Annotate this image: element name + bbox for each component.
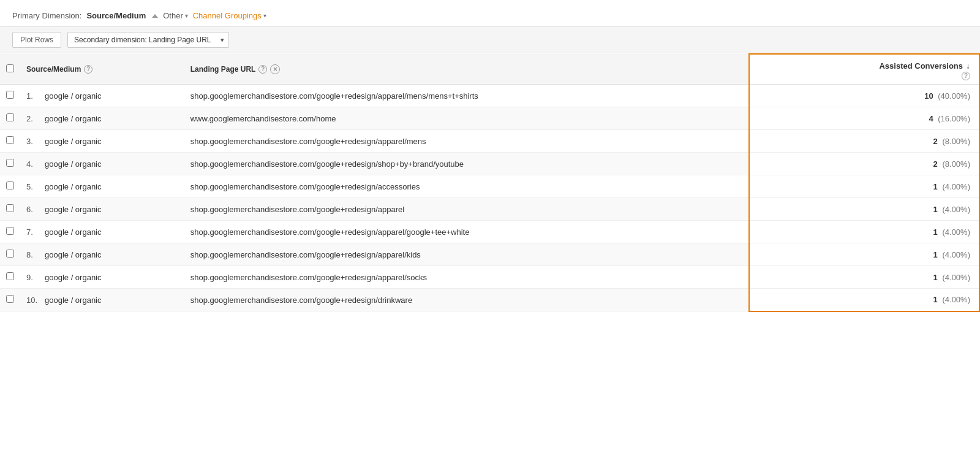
- assisted-number: 1: [933, 205, 938, 214]
- source-medium-cell: 6. google / organic: [20, 198, 184, 221]
- row-checkbox-cell: [0, 130, 20, 153]
- source-medium-help-icon[interactable]: ?: [84, 65, 92, 74]
- other-chevron-icon: ▾: [185, 12, 188, 19]
- assisted-help-icon[interactable]: ?: [962, 72, 970, 80]
- landing-page-header: Landing Page URL ? ×: [184, 54, 750, 85]
- landing-page-cell: shop.googlemerchandisestore.com/google+r…: [184, 153, 750, 175]
- assisted-conversions-cell: 1 (4.00%): [749, 198, 979, 221]
- secondary-dimension-select[interactable]: Secondary dimension: Landing Page URL: [67, 32, 229, 48]
- table-row: 4. google / organic shop.googlemerchandi…: [0, 153, 979, 175]
- landing-page-help-icon[interactable]: ?: [258, 65, 267, 74]
- row-number: 7.: [26, 227, 39, 237]
- table-row: 8. google / organic shop.googlemerchandi…: [0, 243, 979, 266]
- assisted-conversions-header: Assisted Conversions ↓ ?: [749, 54, 979, 85]
- row-number: 10.: [26, 296, 39, 305]
- source-medium-value: google / organic: [45, 91, 102, 101]
- assisted-conversions-cell: 1 (4.00%): [749, 289, 979, 311]
- row-number: 6.: [26, 205, 39, 214]
- row-number: 4.: [26, 159, 39, 169]
- assisted-number: 10: [924, 91, 933, 101]
- assisted-conversions-cell: 10 (40.00%): [749, 85, 979, 107]
- table-row: 1. google / organic shop.googlemerchandi…: [0, 85, 979, 107]
- source-medium-value: google / organic: [45, 137, 102, 146]
- row-checkbox[interactable]: [6, 113, 14, 121]
- landing-page-cell: shop.googlemerchandisestore.com/google+r…: [184, 130, 750, 153]
- source-medium-cell: 9. google / organic: [20, 266, 184, 289]
- table-header-row: Source/Medium ? Landing Page URL ? × Ass…: [0, 54, 979, 85]
- select-all-checkbox[interactable]: [6, 64, 14, 72]
- plot-rows-button[interactable]: Plot Rows: [12, 32, 61, 48]
- assisted-percentage: (8.00%): [942, 159, 970, 169]
- assisted-number: 1: [933, 273, 938, 282]
- row-checkbox[interactable]: [6, 204, 14, 212]
- row-checkbox-cell: [0, 107, 20, 130]
- source-medium-value: google / organic: [45, 159, 102, 169]
- row-checkbox[interactable]: [6, 227, 14, 235]
- assisted-percentage: (4.00%): [942, 295, 970, 304]
- assisted-conversions-cell: 1 (4.00%): [749, 266, 979, 289]
- row-checkbox[interactable]: [6, 136, 14, 144]
- row-checkbox[interactable]: [6, 272, 14, 280]
- assisted-percentage: (4.00%): [942, 250, 970, 259]
- header-checkbox-cell: [0, 54, 20, 85]
- assisted-percentage: (4.00%): [942, 273, 970, 282]
- toolbar: Plot Rows Secondary dimension: Landing P…: [0, 27, 980, 53]
- other-dimension[interactable]: Other ▾: [163, 11, 188, 20]
- source-medium-value: google / organic: [45, 250, 102, 259]
- assisted-percentage: (8.00%): [942, 137, 970, 146]
- row-checkbox[interactable]: [6, 181, 14, 189]
- assisted-number: 1: [933, 295, 938, 304]
- landing-page-cell: www.googlemerchandisestore.com/home: [184, 107, 750, 130]
- row-checkbox-cell: [0, 153, 20, 175]
- source-medium-cell: 2. google / organic: [20, 107, 184, 130]
- source-medium-value: google / organic: [45, 227, 102, 237]
- source-medium-cell: 8. google / organic: [20, 243, 184, 266]
- row-number: 5.: [26, 182, 39, 191]
- table-row: 5. google / organic shop.googlemerchandi…: [0, 175, 979, 198]
- table-row: 7. google / organic shop.googlemerchandi…: [0, 221, 979, 243]
- table-row: 10. google / organic shop.googlemerchand…: [0, 289, 979, 311]
- primary-dimension-bar: Primary Dimension: Source/Medium Other ▾…: [0, 0, 980, 27]
- assisted-percentage: (40.00%): [938, 91, 970, 101]
- assisted-sort-arrow-icon[interactable]: ↓: [966, 61, 970, 71]
- assisted-conversions-cell: 1 (4.00%): [749, 221, 979, 243]
- assisted-conversions-cell: 4 (16.00%): [749, 107, 979, 130]
- assisted-conversions-header-label: Assisted Conversions: [879, 61, 963, 71]
- source-medium-cell: 4. google / organic: [20, 153, 184, 175]
- source-medium-cell: 5. google / organic: [20, 175, 184, 198]
- source-medium-cell: 10. google / organic: [20, 289, 184, 311]
- row-checkbox[interactable]: [6, 159, 14, 167]
- source-medium-value: google / organic: [45, 182, 102, 191]
- row-checkbox[interactable]: [6, 91, 14, 99]
- source-medium-dimension[interactable]: Source/Medium: [86, 11, 146, 20]
- source-medium-value: google / organic: [45, 273, 102, 282]
- row-checkbox-cell: [0, 85, 20, 107]
- assisted-conversions-cell: 1 (4.00%): [749, 175, 979, 198]
- landing-page-cell: shop.googlemerchandisestore.com/google+r…: [184, 243, 750, 266]
- row-number: 2.: [26, 114, 39, 123]
- assisted-conversions-cell: 2 (8.00%): [749, 153, 979, 175]
- source-medium-cell: 7. google / organic: [20, 221, 184, 243]
- landing-page-cell: shop.googlemerchandisestore.com/google+r…: [184, 266, 750, 289]
- assisted-percentage: (4.00%): [942, 205, 970, 214]
- landing-page-close-icon[interactable]: ×: [270, 64, 280, 74]
- row-checkbox-cell: [0, 266, 20, 289]
- landing-page-cell: shop.googlemerchandisestore.com/google+r…: [184, 175, 750, 198]
- assisted-number: 2: [933, 137, 938, 146]
- landing-page-cell: shop.googlemerchandisestore.com/google+r…: [184, 85, 750, 107]
- landing-page-cell: shop.googlemerchandisestore.com/google+r…: [184, 198, 750, 221]
- secondary-dimension-wrapper[interactable]: Secondary dimension: Landing Page URL: [67, 32, 229, 48]
- landing-page-cell: shop.googlemerchandisestore.com/google+r…: [184, 221, 750, 243]
- row-checkbox-cell: [0, 243, 20, 266]
- assisted-percentage: (4.00%): [942, 182, 970, 191]
- row-checkbox-cell: [0, 175, 20, 198]
- table-row: 2. google / organic www.googlemerchandis…: [0, 107, 979, 130]
- source-medium-cell: 3. google / organic: [20, 130, 184, 153]
- assisted-conversions-cell: 2 (8.00%): [749, 130, 979, 153]
- assisted-number: 1: [933, 182, 938, 191]
- channel-groupings-dimension[interactable]: Channel Groupings ▾: [193, 11, 266, 20]
- source-medium-value: google / organic: [45, 114, 102, 123]
- row-checkbox[interactable]: [6, 250, 14, 258]
- channel-chevron-icon: ▾: [263, 12, 266, 19]
- row-checkbox[interactable]: [6, 295, 14, 303]
